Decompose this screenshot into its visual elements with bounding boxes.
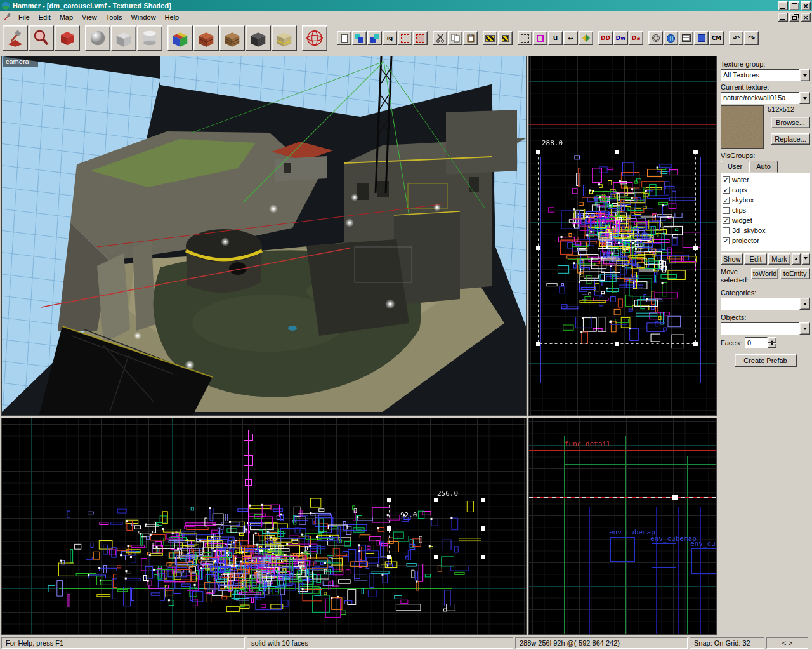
front-2d-canvas[interactable]: [529, 418, 716, 634]
browse-button[interactable]: Browse...: [771, 117, 810, 128]
texture-cube-dark-button[interactable]: [246, 25, 271, 51]
flip-button[interactable]: [579, 31, 593, 45]
menu-help[interactable]: Help: [160, 12, 184, 22]
cylinder-primitive-button[interactable]: [137, 25, 162, 51]
viewport-3d[interactable]: camera: [1, 56, 527, 416]
cut-button[interactable]: [433, 31, 447, 45]
mdi-restore-button[interactable]: [789, 13, 799, 22]
edit-button[interactable]: Edit: [744, 253, 766, 265]
cubemap-button[interactable]: CM: [709, 31, 724, 45]
texture-cube-sand-button[interactable]: [272, 25, 297, 51]
hide-selected-button[interactable]: [483, 31, 497, 45]
show-button[interactable]: Show: [721, 253, 743, 265]
redo-button[interactable]: ↷: [744, 31, 759, 45]
run-map-button[interactable]: [664, 31, 678, 45]
to-world-button[interactable]: toWorld: [751, 268, 779, 279]
blocks-tool-button[interactable]: [55, 25, 80, 51]
group-button[interactable]: [352, 31, 367, 45]
display-da-button[interactable]: Da: [629, 31, 643, 45]
grid-settings-button[interactable]: [679, 31, 693, 45]
texture-group-dropdown[interactable]: All Textures: [721, 69, 810, 81]
texture-cube-multicolor-button[interactable]: [167, 25, 193, 51]
maximize-button[interactable]: [789, 1, 799, 10]
checkbox[interactable]: [723, 207, 730, 214]
top-2d-canvas[interactable]: [529, 56, 716, 415]
chevron-down-icon[interactable]: [799, 69, 810, 81]
texture-lock-button[interactable]: tl: [548, 31, 563, 45]
translate-button[interactable]: ↔: [563, 31, 578, 45]
to-entity-button[interactable]: toEntity: [780, 268, 810, 279]
tab-auto[interactable]: Auto: [749, 161, 778, 173]
texture-cube-brick-button[interactable]: [219, 25, 245, 51]
hide-unselected-button[interactable]: [498, 31, 513, 45]
visgroup-row[interactable]: ✓water: [723, 175, 808, 185]
viewport-top-2d[interactable]: [528, 56, 717, 416]
hammer-tool-button[interactable]: [3, 25, 28, 51]
faces-spin-up-button[interactable]: [768, 337, 776, 343]
texture-preview[interactable]: [721, 105, 764, 149]
checkbox[interactable]: [723, 227, 730, 234]
new-document-button[interactable]: [337, 31, 351, 45]
blue-mode-button[interactable]: [694, 31, 709, 45]
tab-user[interactable]: User: [721, 161, 749, 173]
side-2d-canvas[interactable]: [2, 418, 526, 634]
chevron-down-icon[interactable]: [799, 322, 810, 335]
checkbox[interactable]: ✓: [723, 237, 730, 244]
texture-cube-brick-red-button[interactable]: [193, 25, 219, 51]
mdi-close-button[interactable]: ×: [801, 13, 811, 22]
checkbox[interactable]: ✓: [723, 187, 730, 194]
visgroups-list[interactable]: ✓water ✓caps ✓skybox clips ✓widget 3d_sk…: [721, 173, 810, 251]
chevron-down-icon[interactable]: [799, 298, 810, 310]
selection-mode-button[interactable]: [518, 31, 532, 45]
chevron-down-icon[interactable]: [799, 92, 810, 104]
viewport-side-2d[interactable]: [1, 418, 527, 635]
cordon-edit-button[interactable]: [398, 31, 412, 45]
objects-dropdown[interactable]: [721, 322, 810, 335]
categories-dropdown[interactable]: [721, 298, 810, 310]
camera-view-label[interactable]: camera: [3, 57, 38, 67]
mark-button[interactable]: Mark: [768, 253, 790, 265]
undo-button[interactable]: ↶: [729, 31, 743, 45]
sphere-primitive-button[interactable]: [85, 25, 110, 51]
copy-button[interactable]: [448, 31, 462, 45]
move-up-button[interactable]: [792, 253, 800, 265]
replace-button[interactable]: Replace...: [771, 133, 810, 145]
minimize-button[interactable]: [778, 1, 788, 10]
menu-view[interactable]: View: [77, 12, 102, 22]
current-texture-dropdown[interactable]: nature/rockwall015a: [721, 92, 810, 104]
ungroup-button[interactable]: [367, 31, 382, 45]
checkbox[interactable]: ✓: [723, 197, 730, 204]
menu-file[interactable]: File: [14, 12, 34, 22]
ignore-groups-button[interactable]: ig: [383, 31, 397, 45]
visgroup-row[interactable]: ✓skybox: [723, 195, 808, 205]
mdi-minimize-button[interactable]: [778, 13, 788, 22]
brick-cube-icon: [223, 29, 242, 48]
cube-primitive-button[interactable]: [111, 25, 136, 51]
smoothing-groups-button[interactable]: [648, 31, 663, 45]
cordon-toggle-button[interactable]: [413, 31, 428, 45]
vertex-sphere-button[interactable]: [302, 25, 327, 51]
checkbox[interactable]: ✓: [723, 176, 730, 183]
create-prefab-button[interactable]: Create Prefab: [735, 354, 797, 367]
move-down-button[interactable]: [802, 253, 810, 265]
zoom-tool-button[interactable]: [29, 25, 54, 51]
magnifier-icon: [32, 29, 51, 48]
paste-button[interactable]: [463, 31, 478, 45]
visgroup-row[interactable]: ✓caps: [723, 185, 808, 195]
close-button[interactable]: ×: [801, 1, 811, 10]
visgroup-row[interactable]: 3d_skybox: [723, 225, 808, 235]
viewport-front-2d[interactable]: [528, 418, 717, 635]
faces-input[interactable]: [745, 337, 768, 348]
visgroup-row[interactable]: ✓projector: [723, 235, 808, 246]
visgroup-row[interactable]: ✓widget: [723, 215, 808, 225]
visgroup-row[interactable]: clips: [723, 205, 808, 215]
display-dw-button[interactable]: Dw: [613, 31, 628, 45]
menu-tools[interactable]: Tools: [102, 12, 127, 22]
menu-map[interactable]: Map: [55, 12, 77, 22]
menu-edit[interactable]: Edit: [34, 12, 55, 22]
magenta-select-button[interactable]: [533, 31, 547, 45]
faces-spin-down-button[interactable]: [768, 343, 776, 348]
menu-window[interactable]: Window: [126, 12, 160, 22]
checkbox[interactable]: ✓: [723, 217, 730, 224]
display-dd-button[interactable]: DD: [598, 31, 613, 45]
